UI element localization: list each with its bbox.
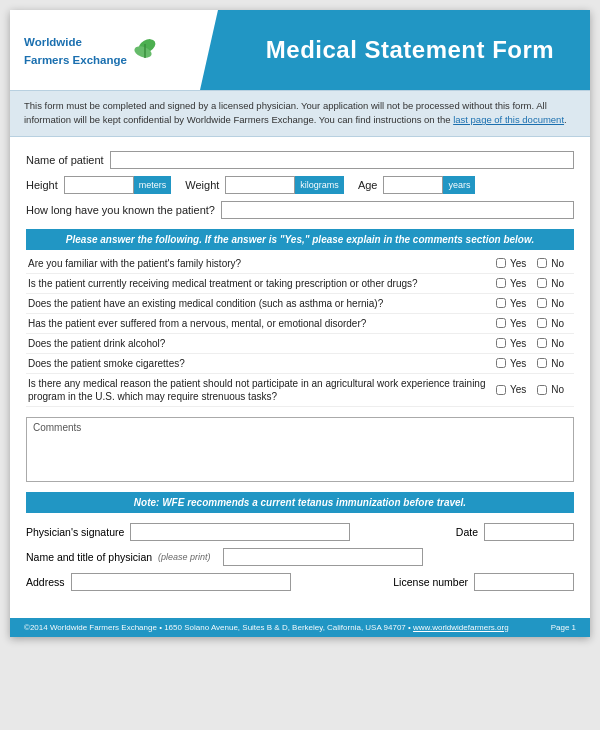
no-checkbox-7[interactable] (537, 385, 547, 395)
no-label: No (551, 318, 564, 329)
known-label: How long have you known the patient? (26, 204, 215, 216)
no-checkbox-1[interactable] (537, 258, 547, 268)
yes-checkbox-7[interactable] (496, 385, 506, 395)
header-title-area: Medical Statement Form (200, 10, 590, 90)
yes-checkbox-6[interactable] (496, 358, 506, 368)
question-text: Is there any medical reason the patient … (28, 377, 496, 403)
question-row: Does the patient smoke cigarettes? Yes N… (26, 354, 574, 374)
no-label: No (551, 358, 564, 369)
weight-input[interactable] (225, 176, 295, 194)
logo-line2: Farmers Exchange (24, 54, 127, 66)
yes-checkbox-5[interactable] (496, 338, 506, 348)
physician-sig-input[interactable] (130, 523, 350, 541)
print-hint: (please print) (158, 552, 211, 562)
question-text: Does the patient drink alcohol? (28, 337, 496, 350)
known-row: How long have you known the patient? (26, 201, 574, 219)
age-input[interactable] (383, 176, 443, 194)
info-text-after: . (564, 114, 567, 125)
logo-line1: Worldwide (24, 36, 82, 48)
question-text: Is the patient currently receiving medic… (28, 277, 496, 290)
question-row: Is the patient currently receiving medic… (26, 274, 574, 294)
info-bar: This form must be completed and signed b… (10, 90, 590, 137)
sig-row-1: Physician's signature Date (26, 523, 574, 541)
no-label: No (551, 258, 564, 269)
note-bar: Note: WFE recommends a current tetanus i… (26, 492, 574, 513)
yes-label: Yes (510, 318, 526, 329)
known-input[interactable] (221, 201, 574, 219)
yes-checkbox-3[interactable] (496, 298, 506, 308)
yes-label: Yes (510, 258, 526, 269)
yn-group: Yes No (496, 384, 572, 395)
yes-checkbox-1[interactable] (496, 258, 506, 268)
height-label: Height (26, 179, 58, 191)
name-title-input[interactable] (223, 548, 423, 566)
license-label: License number (393, 576, 468, 588)
comments-textarea[interactable] (33, 437, 567, 473)
section-header: Please answer the following. If the answ… (26, 229, 574, 250)
question-row: Does the patient have an existing medica… (26, 294, 574, 314)
question-text: Does the patient smoke cigarettes? (28, 357, 496, 370)
yn-group: Yes No (496, 258, 572, 269)
no-checkbox-3[interactable] (537, 298, 547, 308)
header: Worldwide Farmers Exchange Medical State… (10, 10, 590, 90)
date-input[interactable] (484, 523, 574, 541)
name-title-label: Name and title of physician (26, 551, 152, 563)
comments-label: Comments (33, 422, 567, 433)
yn-group: Yes No (496, 298, 572, 309)
comments-box: Comments (26, 417, 574, 482)
page-title: Medical Statement Form (266, 36, 554, 64)
yes-label: Yes (510, 338, 526, 349)
yes-label: Yes (510, 384, 526, 395)
yn-group: Yes No (496, 278, 572, 289)
page-number: Page 1 (551, 623, 576, 632)
weight-label: Weight (185, 179, 219, 191)
no-checkbox-6[interactable] (537, 358, 547, 368)
questions-list: Are you familiar with the patient's fami… (26, 254, 574, 407)
yes-label: Yes (510, 298, 526, 309)
yes-label: Yes (510, 358, 526, 369)
no-checkbox-5[interactable] (537, 338, 547, 348)
yn-group: Yes No (496, 338, 572, 349)
question-text: Does the patient have an existing medica… (28, 297, 496, 310)
height-input[interactable] (64, 176, 134, 194)
yes-checkbox-2[interactable] (496, 278, 506, 288)
no-label: No (551, 384, 564, 395)
name-input[interactable] (110, 151, 574, 169)
info-link[interactable]: last page of this document (453, 114, 564, 125)
no-label: No (551, 338, 564, 349)
footer-text: ©2014 Worldwide Farmers Exchange • 1650 … (24, 623, 509, 632)
question-text: Has the patient ever suffered from a ner… (28, 317, 496, 330)
question-row: Are you familiar with the patient's fami… (26, 254, 574, 274)
yes-label: Yes (510, 278, 526, 289)
physician-sig-label: Physician's signature (26, 526, 124, 538)
license-input[interactable] (474, 573, 574, 591)
question-row: Has the patient ever suffered from a ner… (26, 314, 574, 334)
height-unit: meters (134, 176, 172, 194)
logo-area: Worldwide Farmers Exchange (10, 10, 200, 90)
question-row: Is there any medical reason the patient … (26, 374, 574, 407)
question-row: Does the patient drink alcohol? Yes No (26, 334, 574, 354)
sig-row-3: Address License number (26, 573, 574, 591)
yes-checkbox-4[interactable] (496, 318, 506, 328)
signature-section: Physician's signature Date Name and titl… (26, 523, 574, 591)
leaf-icon (131, 36, 159, 64)
age-label: Age (358, 179, 378, 191)
sig-row-2: Name and title of physician (please prin… (26, 548, 574, 566)
question-text: Are you familiar with the patient's fami… (28, 257, 496, 270)
yn-group: Yes No (496, 358, 572, 369)
form-body: Name of patient Height meters Weight kil… (10, 147, 590, 606)
no-label: No (551, 278, 564, 289)
page: Worldwide Farmers Exchange Medical State… (10, 10, 590, 637)
no-checkbox-4[interactable] (537, 318, 547, 328)
height-weight-age-row: Height meters Weight kilograms Age years (26, 176, 574, 194)
footer-link[interactable]: www.worldwidefarmers.org (413, 623, 509, 632)
weight-unit: kilograms (295, 176, 344, 194)
address-input[interactable] (71, 573, 291, 591)
age-unit: years (443, 176, 475, 194)
name-label: Name of patient (26, 154, 104, 166)
footer: ©2014 Worldwide Farmers Exchange • 1650 … (10, 618, 590, 637)
no-label: No (551, 298, 564, 309)
yn-group: Yes No (496, 318, 572, 329)
no-checkbox-2[interactable] (537, 278, 547, 288)
date-label: Date (456, 526, 478, 538)
